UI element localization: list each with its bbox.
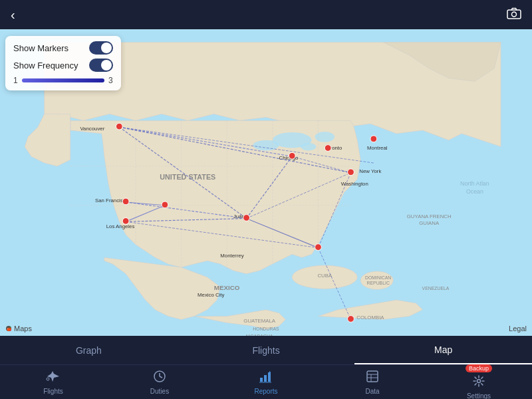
tab-bottom-data[interactable]: Data xyxy=(319,370,426,395)
back-button[interactable]: ‹ xyxy=(11,7,15,23)
svg-point-66 xyxy=(370,136,377,142)
gradient-min: 1 xyxy=(13,76,18,85)
tab-flights[interactable]: Flights xyxy=(178,336,355,364)
svg-text:REPUBLIC: REPUBLIC xyxy=(367,281,390,285)
svg-point-59 xyxy=(122,217,129,224)
svg-point-65 xyxy=(348,316,354,323)
settings-icon xyxy=(472,374,485,391)
svg-rect-73 xyxy=(260,378,263,382)
svg-point-62 xyxy=(348,169,354,176)
svg-text:MEXICO: MEXICO xyxy=(214,284,240,291)
svg-point-56 xyxy=(116,123,122,130)
data-icon xyxy=(366,370,379,386)
svg-text:New York: New York xyxy=(359,168,381,174)
backup-badge: Backup xyxy=(466,364,492,372)
svg-text:Monterrey: Monterrey xyxy=(220,253,243,259)
svg-point-69 xyxy=(47,378,49,380)
tab-bottom-settings[interactable]: Backup Settings xyxy=(426,364,532,399)
svg-text:GUATEMALA: GUATEMALA xyxy=(243,318,275,324)
show-frequency-row: Show Frequency xyxy=(13,59,113,72)
svg-point-1 xyxy=(512,12,517,17)
svg-text:Mexico City: Mexico City xyxy=(198,292,225,298)
svg-text:Montreal: Montreal xyxy=(367,145,388,151)
svg-point-58 xyxy=(162,201,168,208)
svg-point-60 xyxy=(289,152,295,159)
svg-point-81 xyxy=(477,380,481,383)
svg-text:Los Angeles: Los Angeles xyxy=(106,223,135,229)
show-markers-row: Show Markers xyxy=(13,41,113,55)
svg-text:GUIANA: GUIANA xyxy=(419,220,440,226)
show-frequency-toggle[interactable] xyxy=(89,59,113,72)
show-markers-label: Show Markers xyxy=(13,43,68,53)
svg-rect-77 xyxy=(367,371,378,382)
apple-maps-label: 🍎 Maps xyxy=(5,325,32,332)
svg-point-61 xyxy=(325,145,331,152)
top-bar: ‹ xyxy=(0,0,532,29)
toggle-knob xyxy=(101,43,112,53)
tab-bottom-reports[interactable]: Reports xyxy=(213,370,319,395)
svg-point-6 xyxy=(315,132,334,142)
duties-icon xyxy=(153,370,166,386)
tab-bottom-flights[interactable]: Flights xyxy=(0,370,106,395)
svg-text:North Atlan: North Atlan xyxy=(460,180,489,187)
flights-icon xyxy=(46,370,61,386)
svg-text:VENEZUELA: VENEZUELA xyxy=(422,286,450,291)
camera-button[interactable] xyxy=(507,7,521,23)
svg-rect-0 xyxy=(507,10,521,19)
svg-text:Washington: Washington xyxy=(341,181,368,187)
tab-bar: Graph Flights Map Flights xyxy=(0,336,532,399)
svg-point-64 xyxy=(315,244,322,251)
control-panel: Show Markers Show Frequency 1 3 xyxy=(5,36,121,90)
gradient-max: 3 xyxy=(108,76,113,85)
tab-map[interactable]: Map xyxy=(354,336,532,364)
toggle-knob-2 xyxy=(101,60,112,70)
svg-text:DOMINICAN: DOMINICAN xyxy=(365,275,391,280)
svg-point-57 xyxy=(122,198,129,205)
gradient-row: 1 3 xyxy=(13,76,113,85)
svg-rect-74 xyxy=(264,375,267,382)
svg-text:🍎: 🍎 xyxy=(7,327,12,332)
svg-text:HONDURAS: HONDURAS xyxy=(253,327,279,331)
svg-text:Ocean: Ocean xyxy=(466,188,483,195)
tab-bottom-duties[interactable]: Duties xyxy=(106,370,213,395)
svg-rect-75 xyxy=(268,372,271,382)
show-frequency-label: Show Frequency xyxy=(13,61,78,70)
svg-text:GUYANA FRENCH: GUYANA FRENCH xyxy=(407,213,452,219)
svg-text:COLOMBIA: COLOMBIA xyxy=(356,315,384,321)
reports-icon xyxy=(259,370,273,386)
svg-text:Vancouver: Vancouver xyxy=(80,126,104,132)
tab-bar-top: Graph Flights Map xyxy=(0,336,532,365)
show-markers-toggle[interactable] xyxy=(89,41,113,55)
svg-text:CUBA: CUBA xyxy=(317,273,332,279)
tab-graph[interactable]: Graph xyxy=(0,336,178,364)
svg-point-63 xyxy=(243,215,250,221)
svg-line-72 xyxy=(160,376,162,378)
tab-bar-bottom: Flights Duties xyxy=(0,365,532,399)
gradient-bar xyxy=(22,78,104,82)
svg-point-8 xyxy=(301,143,317,151)
legal-label[interactable]: Legal xyxy=(509,325,527,332)
